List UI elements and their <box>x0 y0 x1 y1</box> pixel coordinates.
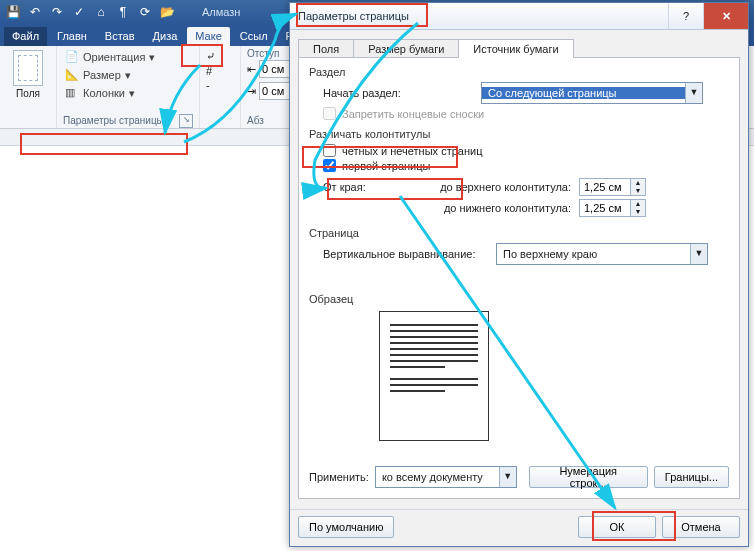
columns-icon: ▥ <box>65 86 79 100</box>
suppress-endnotes-checkbox[interactable]: Запретить концевые сноски <box>323 107 729 120</box>
spin-up-icon[interactable]: ▲ <box>631 179 645 187</box>
margins-icon[interactable] <box>13 50 43 86</box>
header-distance-input[interactable]: ▲▼ <box>579 178 646 196</box>
from-edge-label: От края: <box>323 181 383 193</box>
columns-button[interactable]: ▥Колонки▾ <box>63 84 193 102</box>
dialog-title: Параметры страницы <box>298 10 409 22</box>
tab-file[interactable]: Файл <box>4 27 47 46</box>
footer-distance-label: до нижнего колонтитула: <box>391 202 571 214</box>
refresh-icon[interactable]: ⟳ <box>138 5 152 19</box>
apply-to-value: ко всему документу <box>376 471 499 483</box>
hyphenation-icon[interactable]: ‐ <box>206 79 234 91</box>
margins-label[interactable]: Поля <box>6 88 50 99</box>
header-distance-label: до верхнего колонтитула: <box>391 181 571 193</box>
page-setup-group-label: Параметры страницы <box>63 115 164 126</box>
ok-button[interactable]: ОК <box>578 516 656 538</box>
tab-references[interactable]: Ссыл <box>232 27 276 46</box>
preview-group-label: Образец <box>309 293 729 305</box>
dialog-panel: Раздел Начать раздел: Со следующей стран… <box>298 57 740 499</box>
page-size-icon: 📐 <box>65 68 79 82</box>
valign-value: По верхнему краю <box>497 248 690 260</box>
tab-paper-size[interactable]: Размер бумаги <box>353 39 459 58</box>
odd-even-checkbox[interactable]: четных и нечетных страниц <box>323 144 729 157</box>
help-button[interactable]: ? <box>668 3 703 29</box>
default-button[interactable]: По умолчанию <box>298 516 394 538</box>
valign-label: Вертикальное выравнивание: <box>323 248 488 260</box>
spell-icon[interactable]: ✓ <box>72 5 86 19</box>
borders-button[interactable]: Границы... <box>654 466 729 488</box>
tab-home[interactable]: Главн <box>49 27 95 46</box>
document-title: Алмазн <box>202 6 240 18</box>
chevron-down-icon: ▾ <box>129 87 135 100</box>
chevron-down-icon: ▾ <box>149 51 155 64</box>
chevron-down-icon[interactable]: ▼ <box>685 83 702 103</box>
orientation-icon: 📄 <box>65 50 79 64</box>
headers-group-label: Различать колонтитулы <box>309 128 729 140</box>
save-icon[interactable]: 💾 <box>6 5 20 19</box>
apply-to-label: Применить: <box>309 471 369 483</box>
undo-icon[interactable]: ↶ <box>28 5 42 19</box>
section-start-select[interactable]: Со следующей страницы ▼ <box>481 82 703 104</box>
tab-margins[interactable]: Поля <box>298 39 354 58</box>
section-group-label: Раздел <box>309 66 729 78</box>
size-button[interactable]: 📐Размер▾ <box>63 66 193 84</box>
page-setup-launcher[interactable]: ↘ <box>179 114 193 128</box>
tab-paper-source[interactable]: Источник бумаги <box>458 39 573 58</box>
preview-box <box>379 311 489 441</box>
tab-insert[interactable]: Встав <box>97 27 143 46</box>
tab-layout[interactable]: Маке <box>187 27 229 46</box>
first-page-checkbox[interactable]: первой страницы <box>323 159 729 172</box>
valign-select[interactable]: По верхнему краю ▼ <box>496 243 708 265</box>
cancel-button[interactable]: Отмена <box>662 516 740 538</box>
spin-down-icon[interactable]: ▼ <box>631 208 645 216</box>
paragraph-group-label: Абз <box>247 115 264 126</box>
breaks-icon[interactable]: ⤶ <box>206 50 234 63</box>
section-start-label: Начать раздел: <box>323 87 473 99</box>
redo-icon[interactable]: ↷ <box>50 5 64 19</box>
page-group-label: Страница <box>309 227 729 239</box>
line-numbers-button[interactable]: Нумерация строк... <box>529 466 648 488</box>
close-button[interactable]: ✕ <box>703 3 748 29</box>
indent-left-icon: ⇤ <box>247 63 256 76</box>
section-start-value: Со следующей страницы <box>482 87 685 99</box>
open-icon[interactable]: 📂 <box>160 5 174 19</box>
dialog-titlebar[interactable]: Параметры страницы ? ✕ <box>290 3 748 30</box>
footer-distance-input[interactable]: ▲▼ <box>579 199 646 217</box>
dialog-footer: По умолчанию ОК Отмена <box>290 509 748 546</box>
indent-right-icon: ⇥ <box>247 85 256 98</box>
chevron-down-icon[interactable]: ▼ <box>690 244 707 264</box>
line-numbers-icon[interactable]: # <box>206 65 234 77</box>
page-setup-dialog: Параметры страницы ? ✕ Поля Размер бумаг… <box>289 2 749 547</box>
reveal-icon[interactable]: ¶ <box>116 5 130 19</box>
dialog-tabs: Поля Размер бумаги Источник бумаги <box>290 30 748 57</box>
orientation-button[interactable]: 📄Ориентация▾ <box>63 48 193 66</box>
chevron-down-icon: ▾ <box>125 69 131 82</box>
tab-design[interactable]: Диза <box>145 27 186 46</box>
spin-up-icon[interactable]: ▲ <box>631 200 645 208</box>
chevron-down-icon[interactable]: ▼ <box>499 467 516 487</box>
home-icon[interactable]: ⌂ <box>94 5 108 19</box>
spin-down-icon[interactable]: ▼ <box>631 187 645 195</box>
apply-to-select[interactable]: ко всему документу ▼ <box>375 466 517 488</box>
